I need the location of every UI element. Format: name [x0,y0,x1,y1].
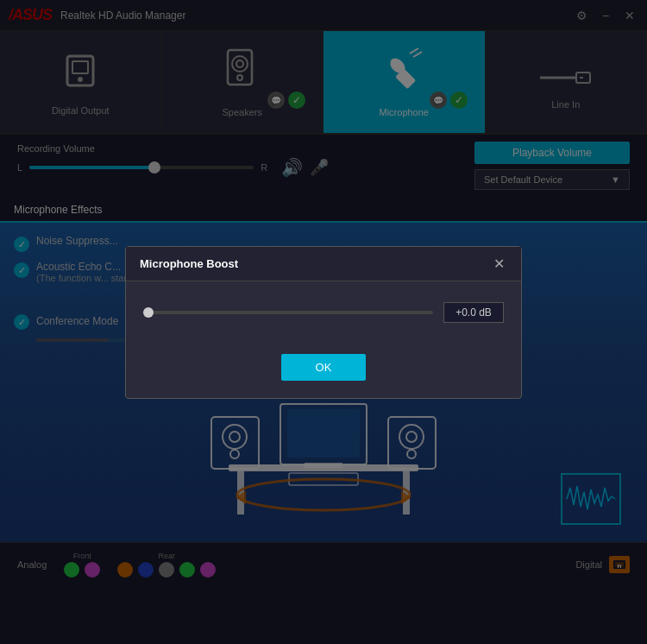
modal-body: +0.0 dB [126,281,521,344]
ok-button[interactable]: OK [281,354,367,381]
modal-footer: OK [126,344,521,398]
modal-close-button[interactable]: ✕ [490,256,507,272]
microphone-boost-dialog: Microphone Boost ✕ +0.0 dB OK [125,246,522,399]
modal-overlay: Microphone Boost ✕ +0.0 dB OK [0,0,647,644]
modal-title: Microphone Boost [140,257,238,270]
modal-header: Microphone Boost ✕ [126,247,521,281]
boost-value-display: +0.0 dB [443,302,504,323]
boost-slider[interactable] [143,311,433,314]
boost-slider-row: +0.0 dB [143,302,504,323]
boost-slider-thumb[interactable] [143,307,154,318]
